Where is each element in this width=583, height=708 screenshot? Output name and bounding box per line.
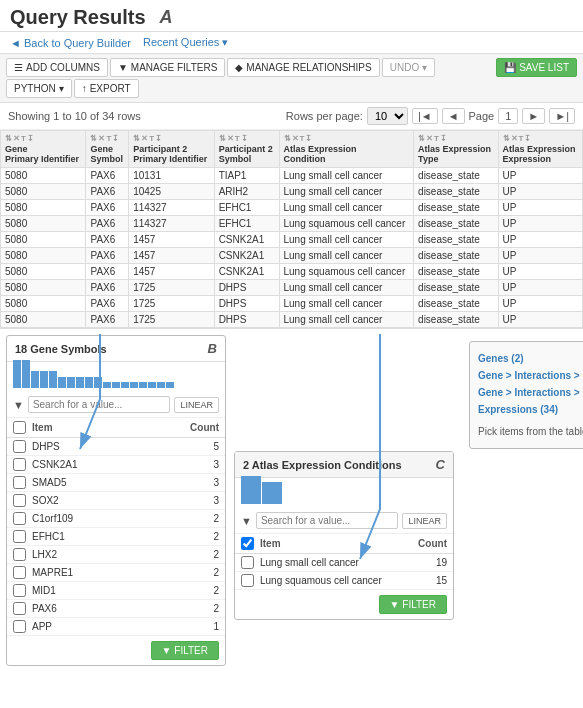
- item-label: MAPRE1: [32, 567, 179, 578]
- item-count: 2: [179, 585, 219, 596]
- list-item: MAPRE1 2: [7, 564, 225, 582]
- list-item: APP 1: [7, 618, 225, 636]
- relationship-icon: ◆: [235, 62, 243, 73]
- showing-rows-text: Showing 1 to 10 of 34 rows: [8, 110, 141, 122]
- pagination: Rows per page: 10 25 50 |◄ ◄ Page 1 ► ►|: [286, 107, 575, 125]
- col-participant2-symbol: ⇅✕T↧ Participant 2Symbol: [214, 131, 279, 168]
- chart-bar: [262, 482, 282, 504]
- back-to-query-builder-link[interactable]: ◄ Back to Query Builder: [10, 37, 131, 49]
- filter-c-apply-icon: ▼: [390, 599, 403, 610]
- list-item: LHX2 2: [7, 546, 225, 564]
- panel-b-header: 18 Gene Symbols B: [7, 336, 225, 362]
- panel-c-search-input[interactable]: [256, 512, 399, 529]
- item-checkbox[interactable]: [13, 476, 26, 489]
- col-gene-id: ⇅✕T↧ GenePrimary Identifier: [1, 131, 86, 168]
- table-row: 5080PAX61725DHPSLung small cell cancerdi…: [1, 280, 583, 296]
- table-row: 5080PAX6114327EFHC1Lung squamous cell ca…: [1, 216, 583, 232]
- item-label: CSNK2A1: [32, 459, 179, 470]
- panel-d-link[interactable]: Genes (2): [478, 353, 524, 364]
- item-checkbox[interactable]: [13, 548, 26, 561]
- item-label: EFHC1: [32, 531, 179, 542]
- panel-d-link[interactable]: Gene > Interactions > Genes (18): [478, 370, 583, 381]
- list-item: CSNK2A1 3: [7, 456, 225, 474]
- item-count: 2: [179, 531, 219, 542]
- item-checkbox[interactable]: [13, 494, 26, 507]
- item-checkbox[interactable]: [13, 620, 26, 633]
- panel-c-filter-row: ▼ LINEAR: [235, 508, 453, 534]
- panel-atlas-conditions: 2 Atlas Expression Conditions C ▼ LINEAR…: [234, 451, 454, 620]
- panel-b-search-input[interactable]: [28, 396, 171, 413]
- add-columns-button[interactable]: ☰ ADD COLUMNS: [6, 58, 108, 77]
- list-item: Lung small cell cancer 19: [235, 554, 453, 572]
- table-row: 5080PAX61725DHPSLung small cell cancerdi…: [1, 296, 583, 312]
- chart-bar: [22, 360, 30, 388]
- item-checkbox[interactable]: [13, 530, 26, 543]
- item-checkbox[interactable]: [13, 440, 26, 453]
- panel-c-item-header: Item: [260, 538, 407, 549]
- item-label: Lung small cell cancer: [260, 557, 407, 568]
- panel-b-linear-button[interactable]: LINEAR: [174, 397, 219, 413]
- item-label: PAX6: [32, 603, 179, 614]
- panel-b-filter-icon[interactable]: ▼: [13, 399, 24, 411]
- item-count: 2: [179, 549, 219, 560]
- table-row: 5080PAX61457CSNK2A1Lung small cell cance…: [1, 232, 583, 248]
- chart-bar: [139, 382, 147, 388]
- panels-row: 18 Gene Symbols B ▼ LINEAR Item Count DH…: [0, 329, 583, 672]
- panel-c-filter-icon[interactable]: ▼: [241, 515, 252, 527]
- last-page-button[interactable]: ►|: [549, 108, 575, 124]
- chart-bar: [112, 382, 120, 388]
- manage-relationships-button[interactable]: ◆ MANAGE RELATIONSHIPS: [227, 58, 379, 77]
- item-checkbox[interactable]: [13, 584, 26, 597]
- item-label: Lung squamous cell cancer: [260, 575, 407, 586]
- item-checkbox[interactable]: [241, 556, 254, 569]
- panel-c-linear-button[interactable]: LINEAR: [402, 513, 447, 529]
- save-list-button[interactable]: 💾 SAVE LIST: [496, 58, 577, 77]
- list-item: C1orf109 2: [7, 510, 225, 528]
- rows-per-page-select[interactable]: 10 25 50: [367, 107, 408, 125]
- undo-button[interactable]: UNDO ▾: [382, 58, 435, 77]
- prev-page-button[interactable]: ◄: [442, 108, 465, 124]
- item-count: 2: [179, 567, 219, 578]
- item-checkbox[interactable]: [13, 458, 26, 471]
- chart-bar: [85, 377, 93, 388]
- panel-b-filter-button[interactable]: ▼ FILTER: [151, 641, 219, 660]
- chart-bar: [76, 377, 84, 388]
- export-button[interactable]: ↑ EXPORT: [74, 79, 139, 98]
- filter-icon: ▼: [118, 62, 128, 73]
- item-checkbox[interactable]: [13, 566, 26, 579]
- right-panels: D Genes (2)Gene > Interactions > Genes (…: [234, 335, 577, 620]
- item-checkbox[interactable]: [13, 602, 26, 615]
- first-page-button[interactable]: |◄: [412, 108, 438, 124]
- chart-bar: [49, 371, 57, 388]
- panel-b-check-all[interactable]: [13, 421, 26, 434]
- panel-c-check-all[interactable]: [241, 537, 254, 550]
- chart-bar: [148, 382, 156, 388]
- panel-c-title: 2 Atlas Expression Conditions: [243, 459, 402, 471]
- panel-b-chart: [7, 362, 225, 392]
- header-badge: A: [160, 7, 173, 28]
- panel-d-content: Genes (2)Gene > Interactions > Genes (18…: [478, 350, 583, 418]
- item-label: SOX2: [32, 495, 179, 506]
- panel-c-filter-button[interactable]: ▼ FILTER: [379, 595, 447, 614]
- chart-bar: [157, 382, 165, 388]
- chart-bar: [67, 377, 75, 388]
- item-label: SMAD5: [32, 477, 179, 488]
- recent-queries-link[interactable]: Recent Queries ▾: [143, 36, 228, 49]
- item-count: 19: [407, 557, 447, 568]
- panel-d-line: Genes (2): [478, 350, 583, 367]
- rows-per-page-label: Rows per page:: [286, 110, 363, 122]
- chart-bar: [241, 476, 261, 504]
- nav-links: ◄ Back to Query Builder Recent Queries ▾: [0, 32, 583, 54]
- table-row: 5080PAX610425ARIH2Lung small cell cancer…: [1, 184, 583, 200]
- python-button[interactable]: PYTHON ▾: [6, 79, 72, 98]
- item-checkbox[interactable]: [13, 512, 26, 525]
- item-count: 15: [407, 575, 447, 586]
- panel-d-link[interactable]: Gene > Interactions > Genes > Atlas Expr…: [478, 387, 583, 415]
- export-icon: ↑: [82, 83, 87, 94]
- item-checkbox[interactable]: [241, 574, 254, 587]
- chart-bar: [40, 371, 48, 388]
- item-count: 3: [179, 477, 219, 488]
- manage-filters-button[interactable]: ▼ MANAGE FILTERS: [110, 58, 225, 77]
- next-page-button[interactable]: ►: [522, 108, 545, 124]
- filter-apply-icon: ▼: [162, 645, 175, 656]
